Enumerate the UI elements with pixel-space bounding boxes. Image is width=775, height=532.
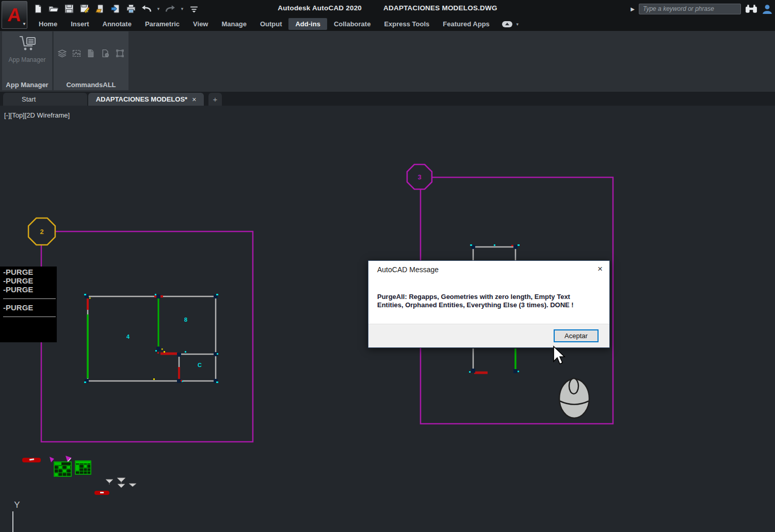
file-tab-start[interactable]: Start — [3, 93, 87, 106]
save-to-mobile-button[interactable] — [109, 3, 122, 15]
tab-add-ins[interactable]: Add-ins — [288, 18, 327, 30]
tab-parametric[interactable]: Parametric — [138, 18, 186, 30]
command-separator — [3, 317, 56, 317]
commands-all-tools — [58, 49, 124, 58]
file-tab-active-document[interactable]: ADAPTACIONES MODELOS* × — [88, 93, 204, 106]
search-binoculars-icon[interactable] — [745, 4, 757, 14]
file-copy-icon[interactable] — [87, 49, 95, 58]
document-title: ADAPTACIONES MODELOS.DWG — [383, 4, 497, 12]
new-tab-plus-icon: + — [213, 95, 218, 104]
tab-collaborate[interactable]: Collaborate — [327, 18, 378, 30]
save-as-button[interactable] — [78, 3, 91, 15]
tab-annotate[interactable]: Annotate — [96, 18, 138, 30]
quick-access-toolbar: ▾ ▾ — [32, 2, 200, 15]
app-store-cart-icon — [17, 34, 38, 54]
new-drawing-tab-button[interactable]: + — [208, 93, 222, 106]
command-history-overlay: -PURGE -PURGE -PURGE -PURGE — [0, 267, 57, 342]
dialog-title-text: AutoCAD Message — [377, 265, 439, 274]
room-label-c: C — [198, 362, 202, 368]
room-label-a: 4 — [126, 334, 130, 340]
command-line-entry: -PURGE — [3, 268, 57, 276]
redo-caret-icon[interactable]: ▾ — [180, 6, 185, 11]
tab-manage[interactable]: Manage — [215, 18, 253, 30]
panel-label-commands-all[interactable]: CommandsALL — [54, 81, 128, 89]
viewport-controls[interactable]: [-][Top][2D Wireframe] — [4, 111, 70, 119]
tab-home[interactable]: Home — [32, 18, 64, 30]
app-menu-caret-icon: ▼ — [22, 22, 26, 26]
panel-label-app-manager[interactable]: App Manager — [2, 81, 52, 89]
open-from-mobile-button[interactable] — [94, 3, 106, 15]
mobile-save-icon — [111, 4, 120, 13]
dialog-footer: Aceptar — [368, 324, 609, 347]
file-gear-icon[interactable] — [101, 49, 110, 58]
tab-express-tools[interactable]: Express Tools — [377, 18, 436, 30]
image-frame-icon[interactable] — [72, 49, 81, 58]
app-menu-button[interactable]: A ▼ — [2, 1, 27, 29]
file-tab-close-icon[interactable]: × — [192, 95, 196, 104]
ucs-icon: Y — [13, 500, 20, 532]
dialog-close-icon[interactable]: × — [598, 264, 603, 273]
search-input[interactable] — [639, 4, 741, 14]
tab-view[interactable]: View — [186, 18, 215, 30]
ucs-y-axis-label: Y — [14, 500, 20, 510]
app-title: Autodesk AutoCAD 2020 — [278, 4, 362, 12]
panel-app-manager: App Manager App Manager — [2, 31, 52, 90]
tab-output[interactable]: Output — [253, 18, 289, 30]
boundary-icon[interactable] — [116, 49, 124, 58]
mobile-open-icon — [95, 4, 105, 13]
tab-featured-apps[interactable]: Featured Apps — [436, 18, 496, 30]
sign-in-user-icon[interactable] — [762, 4, 773, 14]
floor-plan-left[interactable]: 4 8 C — [84, 294, 218, 383]
ribbon-tab-bar: Home Insert Annotate Parametric View Man… — [32, 17, 520, 31]
command-line-entry: -PURGE — [3, 285, 57, 294]
zone-octagon-2[interactable]: 2 — [28, 218, 55, 245]
cursor-arrow-icon — [552, 345, 568, 367]
mouse-cursor — [552, 345, 568, 369]
undo-caret-icon[interactable]: ▾ — [156, 6, 161, 11]
command-line-entry: -PURGE — [3, 276, 57, 285]
new-file-button[interactable] — [32, 3, 44, 15]
file-tab-start-label: Start — [22, 95, 36, 103]
redo-button[interactable] — [164, 3, 176, 15]
save-button[interactable] — [63, 3, 75, 15]
tab-insert[interactable]: Insert — [64, 18, 95, 30]
save-as-icon — [80, 4, 89, 13]
search-expander-icon[interactable]: ▶ — [631, 6, 635, 12]
zone-rectangle-2[interactable] — [41, 231, 253, 442]
block-symbols-cluster[interactable] — [22, 456, 136, 495]
drawing-area[interactable]: [-][Top][2D Wireframe] 2 3 — [0, 106, 775, 532]
undo-button[interactable] — [140, 3, 153, 15]
dialog-message: PurgeAll: Regapps, Geometries with zero … — [377, 293, 597, 309]
zone-octagon-3[interactable]: 3 — [407, 164, 432, 189]
file-tab-doc-label: ADAPTACIONES MODELOS* — [96, 95, 187, 103]
file-tab-bar: Start ADAPTACIONES MODELOS* × + — [0, 92, 775, 106]
command-line-entry: -PURGE — [3, 303, 57, 312]
dialog-title-bar[interactable]: AutoCAD Message — [368, 261, 609, 278]
app-manager-button-label: App Manager — [8, 56, 45, 63]
aceptar-button[interactable]: Aceptar — [554, 329, 599, 342]
zone-2-number: 2 — [40, 228, 43, 236]
customize-qat-button[interactable] — [188, 3, 200, 15]
panel-commands-all: CommandsALL — [54, 31, 128, 90]
ribbon-state-icon — [502, 21, 513, 28]
ribbon-panel-area: App Manager App Manager CommandsALL — [0, 31, 775, 92]
new-file-icon — [34, 4, 43, 13]
mouse-illustration — [559, 378, 589, 418]
undo-icon — [141, 5, 152, 13]
ribbon-display-toggle[interactable]: ▾ — [502, 21, 520, 28]
title-bar: A ▼ ▾ ▾ — [0, 0, 775, 31]
app-manager-button[interactable]: App Manager — [2, 34, 52, 77]
dialog-body: PurgeAll: Regapps, Geometries with zero … — [368, 278, 609, 325]
layer-stack-icon[interactable] — [58, 49, 67, 58]
autocad-message-dialog: AutoCAD Message × PurgeAll: Regapps, Geo… — [368, 260, 610, 348]
save-icon — [64, 4, 74, 13]
command-separator — [3, 298, 56, 299]
ribbon-state-caret-icon[interactable]: ▾ — [515, 22, 520, 27]
infocenter: ▶ — [631, 3, 773, 15]
plot-button[interactable] — [125, 3, 137, 15]
redo-icon — [165, 5, 175, 13]
customize-icon — [190, 5, 198, 13]
open-file-button[interactable] — [47, 3, 60, 15]
room-label-b: 8 — [184, 317, 187, 323]
open-folder-icon — [49, 4, 59, 13]
